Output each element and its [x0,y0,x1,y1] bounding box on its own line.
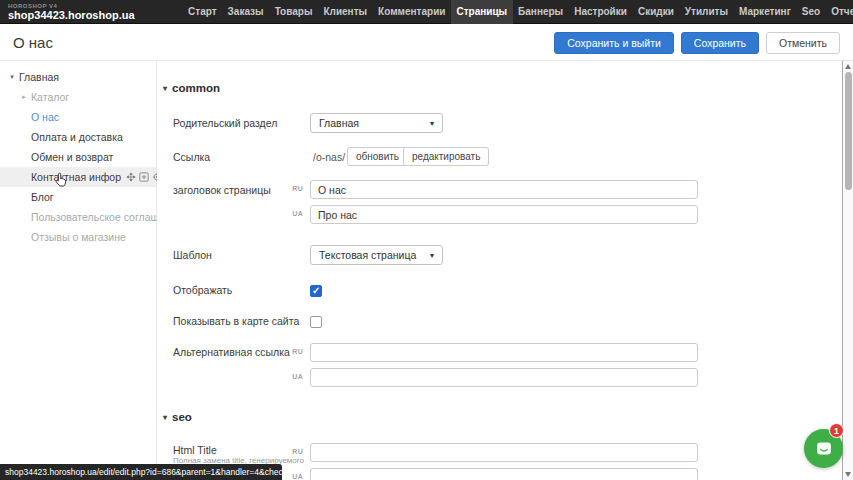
collapse-icon[interactable]: ▾ [163,84,167,93]
move-icon[interactable] [126,172,136,182]
scroll-up-arrow[interactable] [845,64,851,69]
tree-item-about[interactable]: О нас [0,107,156,127]
menu-item-seo[interactable]: Seo [796,0,825,24]
chat-unread-badge: 1 [829,423,844,438]
chevron-down-icon: ▾ [430,119,434,128]
page-title-ru-input[interactable] [310,180,698,199]
page-edit-form: ▾ common Родительский раздел Главная ▾ С… [157,61,842,480]
lang-ru-badge: RU [285,348,303,355]
display-checkbox[interactable] [310,285,322,297]
sitemap-label: Показывать в карте сайта [173,315,299,327]
chat-bubble-icon [813,438,835,460]
save-and-exit-button[interactable]: Сохранить и выйти [554,32,674,54]
vertical-scrollbar[interactable] [842,61,853,480]
parent-section-label: Родительский раздел [173,117,277,129]
shop-logo: HOROSHOP V4 shop34423.horoshop.ua [8,3,135,21]
add-page-icon[interactable] [139,172,149,182]
lang-ua-badge: UA [285,210,303,217]
lang-ua-badge: UA [285,373,303,380]
chevron-right-icon[interactable]: ▸ [20,93,28,101]
shop-domain-label: shop34423.horoshop.ua [8,10,135,21]
template-select[interactable]: Текстовая страница ▾ [310,245,443,265]
lang-ru-badge: RU [285,448,303,455]
page-title-field-label: заголовок страницы [173,184,271,196]
link-value: /o-nas/ [313,151,345,163]
tree-item-user-agreement[interactable]: Пользовательское соглашение [0,207,156,227]
topbar: HOROSHOP V4 shop34423.horoshop.ua Старт … [0,0,853,24]
collapse-icon[interactable]: ▾ [163,413,167,422]
cancel-button[interactable]: Отменить [766,32,840,54]
parent-section-select[interactable]: Главная ▾ [310,113,443,133]
tree-item-contact-info[interactable]: Контактная инфор [0,167,156,187]
html-title-ua-input[interactable] [310,468,698,480]
menu-item-orders[interactable]: Заказы [222,0,269,24]
lang-ua-badge: UA [285,473,303,480]
app-window: HOROSHOP V4 shop34423.horoshop.ua Старт … [0,0,853,480]
html-title-ru-input[interactable] [310,443,698,462]
link-edit-button[interactable]: редактировать [403,147,489,166]
tree-item-catalog[interactable]: ▸ Каталог [0,87,156,107]
menu-item-reports[interactable]: Отчеты [826,0,853,24]
logo-version-label: HOROSHOP V4 [8,3,135,9]
page-title: О нас [13,34,53,51]
alt-link-ua-input[interactable] [310,368,698,387]
menu-item-settings[interactable]: Настройки [569,0,633,24]
section-seo-header[interactable]: ▾ seo [163,411,192,423]
sitemap-checkbox[interactable] [310,316,322,328]
menu-item-start[interactable]: Старт [183,0,223,24]
tree-item-exchange-return[interactable]: Обмен и возврат [0,147,156,167]
browser-status-bar: shop34423.horoshop.ua/edit/edit.php?id=6… [0,464,282,480]
link-update-button[interactable]: обновить [347,147,408,166]
chevron-down-icon: ▾ [430,251,434,260]
tree-item-payment-delivery[interactable]: Оплата и доставка [0,127,156,147]
tree-item-store-reviews[interactable]: Отзывы о магазине [0,227,156,247]
alt-link-label: Альтернативная ссылка [173,346,290,358]
scrollbar-thumb[interactable] [845,72,852,190]
menu-item-utilities[interactable]: Утилиты [679,0,733,24]
main-menu: Старт Заказы Товары Клиенты Комментарии … [183,0,853,24]
menu-item-banners[interactable]: Баннеры [513,0,569,24]
link-label: Ссылка [173,151,210,163]
template-label: Шаблон [173,249,212,261]
menu-item-products[interactable]: Товары [269,0,318,24]
menu-item-discounts[interactable]: Скидки [632,0,679,24]
chevron-down-icon[interactable]: ▾ [8,73,16,81]
page-title-ua-input[interactable] [310,205,698,224]
menu-item-comments[interactable]: Комментарии [373,0,451,24]
tree-item-blog[interactable]: Блог [0,187,156,207]
html-title-label: Html Title [173,444,217,456]
scroll-down-arrow[interactable] [845,472,851,477]
tree-item-home[interactable]: ▾ Главная [0,67,156,87]
section-common-header[interactable]: ▾ common [163,82,220,94]
save-button[interactable]: Сохранить [681,32,759,54]
lang-ru-badge: RU [285,185,303,192]
menu-item-pages[interactable]: Страницы [451,0,513,24]
menu-item-marketing[interactable]: Маркетинг [734,0,797,24]
alt-link-ru-input[interactable] [310,343,698,362]
display-label: Отображать [173,284,232,296]
page-header: О нас Сохранить и выйти Сохранить Отмени… [0,25,853,61]
menu-item-clients[interactable]: Клиенты [318,0,373,24]
pages-tree-sidebar: ▾ Главная ▸ Каталог О нас Оплата и доста… [0,61,157,480]
